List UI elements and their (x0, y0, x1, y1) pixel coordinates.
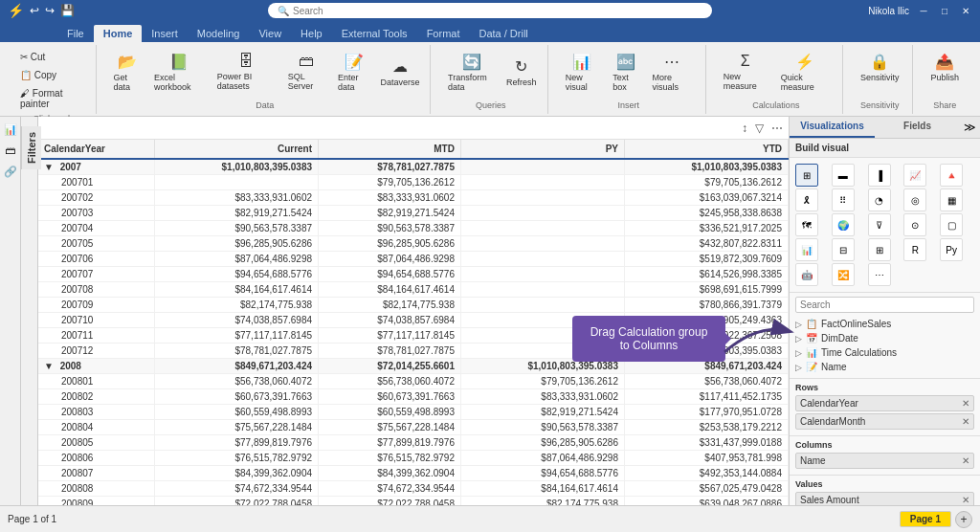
model-view-icon[interactable]: 🔗 (2, 163, 19, 180)
viz-line-icon[interactable]: 📈 (903, 164, 926, 187)
viz-funnel-icon[interactable]: ⊽ (868, 213, 891, 236)
viz-card-icon[interactable]: ▢ (940, 213, 963, 236)
page-1-tab[interactable]: Page 1 (900, 511, 951, 527)
user-label: Nikola Ilic (868, 6, 909, 16)
viz-treemap-icon[interactable]: ▦ (940, 188, 963, 211)
col-header-mtd[interactable]: MTD (319, 140, 461, 159)
save-icon[interactable]: 💾 (60, 4, 75, 17)
excel-button[interactable]: 📗Excel workbook (148, 49, 210, 96)
viz-gauge-icon[interactable]: ⊙ (903, 213, 926, 236)
undo-icon[interactable]: ↩ (30, 4, 39, 17)
columns-section: Columns Name ✕ (790, 436, 980, 476)
visualizations-tab[interactable]: Visualizations (790, 117, 875, 138)
tab-modeling[interactable]: Modeling (188, 25, 250, 42)
remove-calendaryear-button[interactable]: ✕ (962, 398, 969, 409)
field-item-time-calculations[interactable]: ▷ 📊 Time Calculations (795, 345, 974, 360)
new-visual-button[interactable]: 📊New visual (560, 49, 606, 96)
viz-pie-icon[interactable]: ◔ (868, 188, 891, 211)
viz-ribbon-icon[interactable]: 🎗 (795, 188, 818, 211)
columns-name-item[interactable]: Name ✕ (795, 453, 974, 469)
viz-more-icon[interactable]: ⋯ (868, 263, 891, 286)
viz-slicer-icon[interactable]: ⊟ (832, 238, 855, 261)
rows-calendarmonth-item[interactable]: CalendarMonth ✕ (795, 413, 974, 430)
viz-ai-icon[interactable]: 🤖 (795, 263, 818, 286)
tab-help[interactable]: Help (291, 25, 332, 42)
field-item-factonlinesales[interactable]: ▷ 📋 FactOnlineSales (795, 317, 974, 331)
col-header-calendaryear[interactable]: CalendarYear (38, 140, 155, 159)
get-data-button[interactable]: 📂Get data (108, 49, 146, 96)
col-header-ytd[interactable]: YTD (624, 140, 788, 159)
global-search-input[interactable] (293, 6, 702, 16)
remove-sales-amount-button[interactable]: ✕ (962, 495, 969, 505)
ribbon-tabs: File Home Insert Modeling View Help Exte… (0, 21, 980, 42)
minimize-button[interactable]: ─ (917, 4, 930, 17)
remove-calendarmonth-button[interactable]: ✕ (962, 416, 969, 427)
sensitivity-button[interactable]: 🔒Sensitivity (855, 49, 905, 86)
fields-search-input[interactable] (795, 297, 974, 313)
sql-button[interactable]: 🗃SQL Server (282, 49, 330, 95)
table-row: 200708$84,164,617.4614$84,164,617.4614$6… (38, 282, 789, 298)
viz-area-icon[interactable]: 🔺 (940, 164, 963, 187)
quick-measure-button[interactable]: ⚡Quick measure (775, 49, 835, 96)
maximize-button[interactable]: □ (938, 4, 951, 17)
rows-calendaryear-item[interactable]: CalendarYear ✕ (795, 395, 974, 411)
app-logo-icon: ⚡ (8, 3, 24, 18)
share-group: 📤Publish Share (917, 45, 972, 114)
values-sales-amount-item[interactable]: Sales Amount ✕ (795, 492, 974, 505)
viz-scatter-icon[interactable]: ⠿ (832, 188, 855, 211)
table-row: 200709$82,174,775.938$82,174,775.938$780… (38, 298, 789, 313)
new-measure-button[interactable]: ΣNew measure (718, 49, 773, 95)
insert-group: 📊New visual 🔤Text box ⋯More visuals Inse… (552, 45, 706, 114)
build-visual-label: Build visual (790, 139, 980, 158)
viz-map-icon[interactable]: 🗺 (795, 213, 818, 236)
viz-bar-icon[interactable]: ▬ (832, 164, 855, 187)
viz-decomp-icon[interactable]: 🔀 (832, 263, 855, 286)
tab-external-tools[interactable]: External Tools (332, 25, 417, 42)
viz-python-icon[interactable]: Py (940, 238, 963, 261)
data-view-icon[interactable]: 🗃 (2, 142, 19, 159)
col-header-py[interactable]: PY (460, 140, 624, 159)
expand-2007[interactable]: ▼ (44, 162, 54, 172)
redo-icon[interactable]: ↪ (45, 4, 55, 17)
col-header-current[interactable]: Current (155, 140, 319, 159)
remove-name-button[interactable]: ✕ (962, 455, 969, 466)
table-row: 200804$75,567,228.1484$75,567,228.1484$9… (38, 420, 789, 435)
close-button[interactable]: ✕ (959, 4, 972, 17)
fields-tab[interactable]: Fields (875, 117, 960, 138)
tab-home[interactable]: Home (94, 25, 143, 42)
field-item-dimdate[interactable]: ▷ 📅 DimDate (795, 331, 974, 345)
viz-donut-icon[interactable]: ◎ (903, 188, 926, 211)
viz-matrix-icon[interactable]: ⊞ (795, 164, 818, 187)
publish-button[interactable]: 📤Publish (924, 49, 965, 86)
page-count-label: Page 1 of 1 (8, 514, 56, 524)
viz-filled-map-icon[interactable]: 🌍 (832, 213, 855, 236)
tab-data-drill[interactable]: Data / Drill (469, 25, 537, 42)
values-label: Values (795, 479, 974, 489)
report-view-icon[interactable]: 📊 (2, 121, 19, 138)
copy-button[interactable]: 📋 Copy (15, 67, 88, 83)
filter-icon[interactable]: ▽ (753, 120, 766, 137)
viz-column-icon[interactable]: ▐ (868, 164, 891, 187)
cut-button[interactable]: ✂ Cut (15, 49, 88, 65)
sort-icon[interactable]: ↕ (740, 120, 749, 137)
viz-r-icon[interactable]: R (903, 238, 926, 261)
tab-file[interactable]: File (57, 25, 94, 42)
more-visuals-button[interactable]: ⋯More visuals (647, 49, 698, 96)
refresh-button[interactable]: ↻Refresh (503, 54, 540, 91)
tab-format[interactable]: Format (417, 25, 470, 42)
tab-insert[interactable]: Insert (142, 25, 188, 42)
panel-collapse-icon[interactable]: ≫ (960, 117, 980, 138)
field-item-name[interactable]: ▷ 📝 Name (795, 360, 974, 374)
transform-data-button[interactable]: 🔄Transform data (442, 49, 501, 96)
add-page-button[interactable]: + (955, 511, 972, 528)
format-painter-button[interactable]: 🖌 Format painter (15, 85, 88, 112)
tab-view[interactable]: View (249, 25, 291, 42)
viz-table-icon[interactable]: ⊞ (868, 238, 891, 261)
viz-kpi-icon[interactable]: 📊 (795, 238, 818, 261)
expand-2008[interactable]: ▼ (44, 361, 54, 371)
pbi-datasets-button[interactable]: 🗄Power BI datasets (212, 49, 280, 95)
text-box-button[interactable]: 🔤Text box (607, 49, 644, 96)
enter-data-button[interactable]: 📝Enter data (332, 49, 376, 96)
dataverse-button[interactable]: ☁Dataverse (378, 54, 422, 91)
more-icon[interactable]: ⋯ (769, 120, 785, 137)
